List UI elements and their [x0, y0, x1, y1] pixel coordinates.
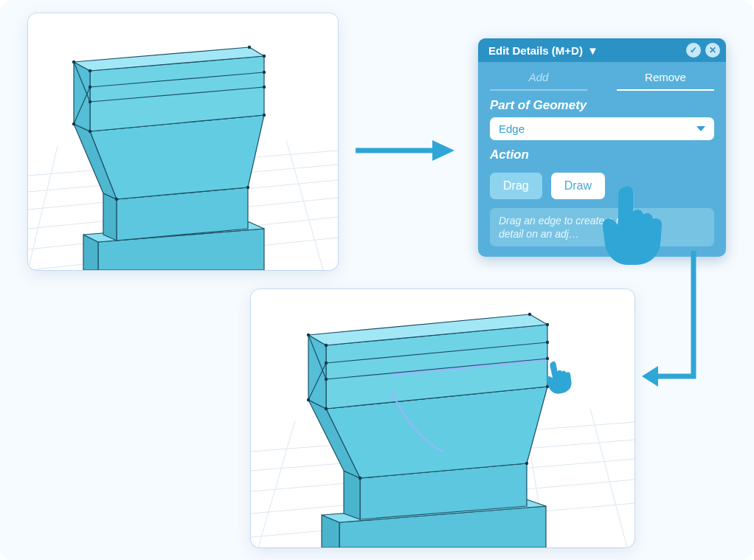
svg-point-73: [528, 313, 531, 316]
svg-point-75: [546, 385, 549, 388]
svg-point-37: [263, 86, 266, 89]
edit-details-dialog: Edit Details (M+D) ▼ ✓ ✕ Add Remove Part…: [478, 38, 726, 257]
dialog-header[interactable]: Edit Details (M+D) ▼ ✓ ✕: [478, 38, 726, 62]
model-before: [28, 13, 338, 270]
svg-point-36: [89, 100, 91, 103]
svg-point-74: [325, 407, 328, 410]
svg-point-80: [546, 357, 549, 360]
svg-point-35: [263, 71, 266, 74]
svg-point-72: [307, 333, 310, 336]
close-icon[interactable]: ✕: [705, 43, 720, 58]
svg-line-6: [28, 146, 58, 270]
part-of-geometry-select[interactable]: Edge: [490, 117, 714, 140]
svg-point-29: [72, 61, 75, 63]
svg-point-34: [89, 86, 91, 89]
svg-point-28: [263, 55, 266, 58]
svg-point-30: [248, 46, 251, 49]
svg-point-70: [325, 344, 328, 347]
tabs: Add Remove: [478, 62, 726, 91]
svg-point-79: [325, 378, 328, 381]
svg-point-27: [89, 69, 91, 72]
draw-button[interactable]: Draw: [551, 173, 605, 199]
action-label: Action: [490, 148, 714, 162]
svg-line-10: [286, 140, 323, 270]
flow-arrow-down-left: [642, 251, 708, 413]
svg-marker-41: [432, 140, 454, 161]
select-value: Edge: [499, 122, 525, 135]
dialog-title: Edit Details (M+D): [488, 44, 583, 57]
svg-point-32: [263, 114, 266, 117]
svg-marker-15: [103, 193, 117, 241]
viewport-after: [251, 289, 634, 547]
svg-marker-57: [344, 471, 360, 519]
svg-line-52: [590, 409, 627, 547]
svg-line-48: [258, 421, 295, 547]
tab-remove[interactable]: Remove: [617, 66, 714, 91]
part-of-geometry-label: Part of Geomety: [490, 98, 714, 113]
svg-point-77: [325, 362, 328, 364]
svg-point-38: [115, 198, 118, 201]
model-after: [251, 289, 634, 547]
dropdown-caret-icon: ▼: [587, 44, 598, 57]
svg-point-78: [546, 341, 549, 344]
svg-marker-42: [642, 366, 658, 387]
flow-arrow-right: [353, 136, 456, 165]
svg-point-81: [359, 477, 362, 480]
svg-point-71: [546, 323, 549, 326]
chevron-down-icon: [696, 126, 705, 131]
svg-point-76: [307, 398, 310, 401]
viewport-before: [28, 13, 338, 270]
svg-point-39: [246, 186, 249, 189]
tab-add[interactable]: Add: [490, 66, 587, 91]
svg-point-33: [72, 122, 75, 125]
svg-point-31: [89, 130, 91, 133]
drag-button[interactable]: Drag: [490, 173, 542, 199]
hint-text: Drag an edge to create a new detail on a…: [490, 208, 714, 246]
svg-point-82: [525, 462, 528, 465]
confirm-icon[interactable]: ✓: [686, 43, 701, 58]
